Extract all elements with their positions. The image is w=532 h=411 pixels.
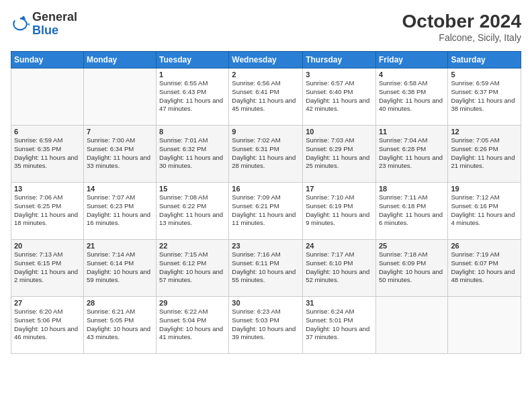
table-row <box>83 68 156 126</box>
table-row: 24Sunrise: 7:17 AM Sunset: 6:10 PM Dayli… <box>303 240 376 297</box>
day-info: Sunrise: 7:04 AM Sunset: 6:28 PM Dayligh… <box>379 136 445 171</box>
day-number: 26 <box>451 242 518 250</box>
day-info: Sunrise: 6:55 AM Sunset: 6:43 PM Dayligh… <box>159 79 226 113</box>
table-row <box>375 297 447 354</box>
day-info: Sunrise: 7:06 AM Sunset: 6:25 PM Dayligh… <box>14 193 81 228</box>
day-number: 30 <box>232 299 300 307</box>
day-number: 8 <box>159 128 226 136</box>
table-row: 21Sunrise: 7:14 AM Sunset: 6:14 PM Dayli… <box>83 240 156 297</box>
day-info: Sunrise: 7:14 AM Sunset: 6:14 PM Dayligh… <box>87 250 153 285</box>
day-info: Sunrise: 7:05 AM Sunset: 6:26 PM Dayligh… <box>451 136 518 171</box>
day-number: 14 <box>87 185 153 193</box>
day-number: 16 <box>232 185 300 193</box>
col-friday: Friday <box>375 52 447 68</box>
day-info: Sunrise: 6:57 AM Sunset: 6:40 PM Dayligh… <box>306 79 373 113</box>
day-number: 4 <box>379 71 445 79</box>
day-info: Sunrise: 6:21 AM Sunset: 5:05 PM Dayligh… <box>87 308 153 342</box>
day-info: Sunrise: 7:03 AM Sunset: 6:29 PM Dayligh… <box>306 136 373 171</box>
day-number: 28 <box>87 299 153 307</box>
table-row: 8Sunrise: 7:01 AM Sunset: 6:32 PM Daylig… <box>157 126 229 183</box>
logo: General Blue <box>11 11 77 38</box>
day-number: 23 <box>232 242 300 250</box>
table-row: 20Sunrise: 7:13 AM Sunset: 6:15 PM Dayli… <box>11 240 84 297</box>
day-number: 18 <box>379 185 445 193</box>
day-number: 22 <box>159 242 226 250</box>
day-info: Sunrise: 6:59 AM Sunset: 6:37 PM Dayligh… <box>451 79 518 113</box>
day-info: Sunrise: 6:20 AM Sunset: 5:06 PM Dayligh… <box>14 308 81 342</box>
table-row <box>448 297 521 354</box>
day-info: Sunrise: 6:22 AM Sunset: 5:04 PM Dayligh… <box>159 308 226 342</box>
day-number: 11 <box>379 128 445 136</box>
calendar-week-5: 27Sunrise: 6:20 AM Sunset: 5:06 PM Dayli… <box>11 297 521 354</box>
table-row: 11Sunrise: 7:04 AM Sunset: 6:28 PM Dayli… <box>375 126 447 183</box>
day-number: 10 <box>306 128 373 136</box>
col-saturday: Saturday <box>448 52 521 68</box>
table-row: 7Sunrise: 7:00 AM Sunset: 6:34 PM Daylig… <box>83 126 156 183</box>
day-info: Sunrise: 7:12 AM Sunset: 6:16 PM Dayligh… <box>451 193 518 228</box>
day-number: 2 <box>232 71 300 79</box>
table-row: 28Sunrise: 6:21 AM Sunset: 5:05 PM Dayli… <box>83 297 156 354</box>
day-info: Sunrise: 6:58 AM Sunset: 6:38 PM Dayligh… <box>379 79 445 113</box>
day-number: 24 <box>306 242 373 250</box>
table-row: 30Sunrise: 6:23 AM Sunset: 5:03 PM Dayli… <box>229 297 303 354</box>
day-info: Sunrise: 7:11 AM Sunset: 6:18 PM Dayligh… <box>379 193 445 228</box>
page-header: General Blue October 2024 Falcone, Sicil… <box>11 11 521 43</box>
table-row: 5Sunrise: 6:59 AM Sunset: 6:37 PM Daylig… <box>448 68 521 126</box>
day-info: Sunrise: 7:10 AM Sunset: 6:19 PM Dayligh… <box>306 193 373 228</box>
day-info: Sunrise: 7:00 AM Sunset: 6:34 PM Dayligh… <box>87 136 153 171</box>
table-row <box>11 68 84 126</box>
calendar-header-row: Sunday Monday Tuesday Wednesday Thursday… <box>11 52 521 68</box>
day-info: Sunrise: 7:01 AM Sunset: 6:32 PM Dayligh… <box>159 136 226 171</box>
day-info: Sunrise: 7:09 AM Sunset: 6:21 PM Dayligh… <box>232 193 300 228</box>
table-row: 29Sunrise: 6:22 AM Sunset: 5:04 PM Dayli… <box>157 297 229 354</box>
day-number: 3 <box>306 71 373 79</box>
day-info: Sunrise: 6:59 AM Sunset: 6:35 PM Dayligh… <box>14 136 81 171</box>
calendar-week-1: 1Sunrise: 6:55 AM Sunset: 6:43 PM Daylig… <box>11 68 521 126</box>
day-info: Sunrise: 6:23 AM Sunset: 5:03 PM Dayligh… <box>232 308 300 342</box>
day-number: 31 <box>306 299 373 307</box>
table-row: 31Sunrise: 6:24 AM Sunset: 5:01 PM Dayli… <box>303 297 376 354</box>
table-row: 12Sunrise: 7:05 AM Sunset: 6:26 PM Dayli… <box>448 126 521 183</box>
day-info: Sunrise: 7:07 AM Sunset: 6:23 PM Dayligh… <box>87 193 153 228</box>
col-wednesday: Wednesday <box>229 52 303 68</box>
day-info: Sunrise: 7:15 AM Sunset: 6:12 PM Dayligh… <box>159 250 226 285</box>
table-row: 9Sunrise: 7:02 AM Sunset: 6:31 PM Daylig… <box>229 126 303 183</box>
day-number: 7 <box>87 128 153 136</box>
day-info: Sunrise: 7:16 AM Sunset: 6:11 PM Dayligh… <box>232 250 300 285</box>
day-number: 17 <box>306 185 373 193</box>
day-number: 13 <box>14 185 81 193</box>
day-info: Sunrise: 7:19 AM Sunset: 6:07 PM Dayligh… <box>451 250 518 285</box>
day-number: 29 <box>159 299 226 307</box>
logo-blue: Blue <box>32 24 58 37</box>
day-number: 1 <box>159 71 226 79</box>
day-number: 5 <box>451 71 518 79</box>
table-row: 4Sunrise: 6:58 AM Sunset: 6:38 PM Daylig… <box>375 68 447 126</box>
day-number: 6 <box>14 128 81 136</box>
table-row: 18Sunrise: 7:11 AM Sunset: 6:18 PM Dayli… <box>375 183 447 240</box>
day-info: Sunrise: 7:08 AM Sunset: 6:22 PM Dayligh… <box>159 193 226 228</box>
day-info: Sunrise: 7:17 AM Sunset: 6:10 PM Dayligh… <box>306 250 373 285</box>
logo-icon <box>11 15 30 34</box>
table-row: 25Sunrise: 7:18 AM Sunset: 6:09 PM Dayli… <box>375 240 447 297</box>
title-block: October 2024 Falcone, Sicily, Italy <box>402 11 521 43</box>
logo-general: General <box>32 10 77 24</box>
day-number: 19 <box>451 185 518 193</box>
calendar-week-3: 13Sunrise: 7:06 AM Sunset: 6:25 PM Dayli… <box>11 183 521 240</box>
table-row: 17Sunrise: 7:10 AM Sunset: 6:19 PM Dayli… <box>303 183 376 240</box>
col-thursday: Thursday <box>303 52 376 68</box>
calendar-week-4: 20Sunrise: 7:13 AM Sunset: 6:15 PM Dayli… <box>11 240 521 297</box>
calendar: Sunday Monday Tuesday Wednesday Thursday… <box>11 51 521 354</box>
day-info: Sunrise: 7:02 AM Sunset: 6:31 PM Dayligh… <box>232 136 300 171</box>
table-row: 27Sunrise: 6:20 AM Sunset: 5:06 PM Dayli… <box>11 297 84 354</box>
day-number: 27 <box>14 299 81 307</box>
location: Falcone, Sicily, Italy <box>402 32 521 43</box>
day-number: 9 <box>232 128 300 136</box>
day-number: 25 <box>379 242 445 250</box>
table-row: 23Sunrise: 7:16 AM Sunset: 6:11 PM Dayli… <box>229 240 303 297</box>
month-year: October 2024 <box>402 11 521 32</box>
day-number: 12 <box>451 128 518 136</box>
col-monday: Monday <box>83 52 156 68</box>
table-row: 16Sunrise: 7:09 AM Sunset: 6:21 PM Dayli… <box>229 183 303 240</box>
day-info: Sunrise: 6:56 AM Sunset: 6:41 PM Dayligh… <box>232 79 300 113</box>
table-row: 6Sunrise: 6:59 AM Sunset: 6:35 PM Daylig… <box>11 126 84 183</box>
